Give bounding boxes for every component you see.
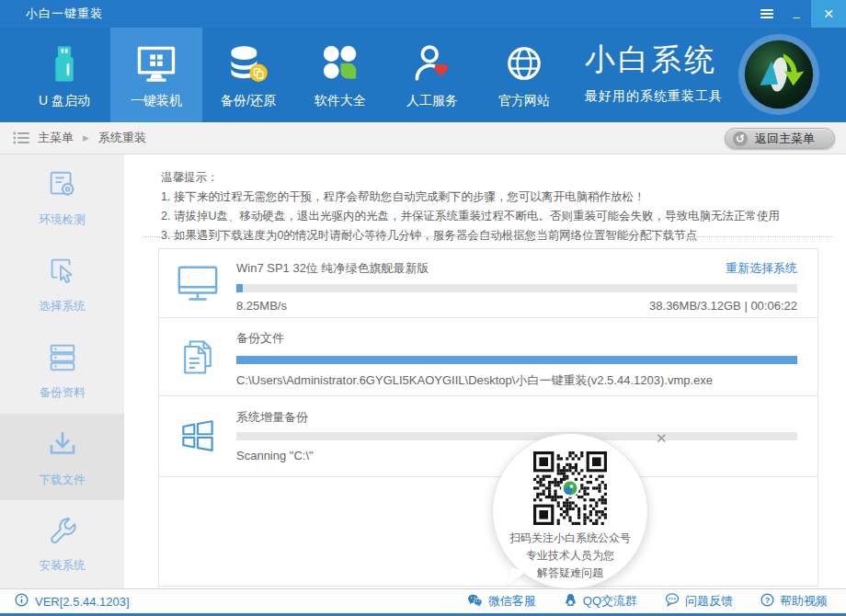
tips-line: 2. 请拔掉U盘、移动硬盘，退出光驱内的光盘，并保证系统重装过程不断电。否则重装… bbox=[161, 207, 780, 226]
wrench-icon bbox=[45, 513, 80, 552]
footer-link-label: 微信客服 bbox=[488, 593, 536, 610]
menu-icon[interactable] bbox=[752, 0, 782, 28]
title-bar: 小白一键重装 – ✕ bbox=[0, 0, 846, 28]
back-button-label: 返回主菜单 bbox=[755, 131, 815, 147]
brand-subtitle: 最好用的系统重装工具 bbox=[585, 88, 723, 105]
monitor-outline-icon bbox=[159, 249, 236, 317]
sidebar-item-backup-data[interactable]: 备份资料 bbox=[0, 327, 124, 414]
windows-logo-icon bbox=[159, 396, 236, 476]
brand-block: 小白系统 最好用的系统重装工具 bbox=[585, 40, 723, 105]
apps-icon bbox=[316, 40, 364, 88]
footer-link-label: QQ交流群 bbox=[583, 593, 637, 610]
download-row: Win7 SP1 32位 纯净绿色旗舰最新版 重新选择系统 8.25MB/s 3… bbox=[159, 249, 817, 318]
nav-item-label: 备份/还原 bbox=[221, 93, 276, 109]
incremental-backup-title: 系统增量备份 bbox=[236, 409, 308, 426]
footer-links: 微信客服 QQ交流群 问题反馈 ? bbox=[467, 589, 828, 613]
status-bar: VER[2.5.44.1203] 微信客服 bbox=[0, 588, 846, 616]
person-heart-icon bbox=[408, 40, 456, 88]
breadcrumb-root[interactable]: 主菜单 bbox=[38, 130, 74, 146]
nav-item-backup-restore[interactable]: 备份/还原 bbox=[202, 28, 294, 122]
sidebar-item-install-system[interactable]: 安装系统 bbox=[0, 500, 124, 587]
nav-item-label: 一键装机 bbox=[131, 93, 182, 109]
download-icon bbox=[44, 426, 81, 466]
qq-icon bbox=[564, 593, 577, 610]
reselect-system-link[interactable]: 重新选择系统 bbox=[726, 260, 797, 277]
app-window: { "window": { "title": "小白一键重装" }, "glyp… bbox=[0, 0, 846, 616]
info-icon bbox=[15, 593, 29, 610]
list-icon bbox=[13, 131, 29, 144]
breadcrumb: 主菜单 ▶ 系统重装 ↺ 返回主菜单 bbox=[0, 122, 846, 154]
backup-file-title: 备份文件 bbox=[236, 330, 284, 347]
tips-block: 温馨提示： 1. 接下来的过程无需您的干预，程序会帮助您自动完成剩下的步骤，您可… bbox=[161, 168, 780, 245]
usb-icon bbox=[40, 40, 88, 88]
dotted-divider bbox=[143, 236, 833, 237]
version-text: VER[2.5.44.1203] bbox=[35, 595, 130, 609]
qr-caption-line: 专业技术人员为您 bbox=[493, 548, 647, 564]
qq-group-link[interactable]: QQ交流群 bbox=[564, 593, 637, 610]
monitor-icon bbox=[132, 40, 180, 88]
help-icon: ? bbox=[760, 593, 774, 610]
qr-caption-line: 扫码关注小白系统公众号 bbox=[493, 530, 647, 546]
feedback-icon bbox=[665, 593, 680, 610]
version-block: VER[2.5.44.1203] bbox=[15, 589, 130, 613]
sidebar-item-label: 选择系统 bbox=[40, 299, 86, 314]
nav-item-label: 官方网站 bbox=[498, 93, 550, 109]
backup-file-path: C:\Users\Administrator.6GYGLI5KAOYGIIL\D… bbox=[236, 372, 797, 389]
download-progress-bar bbox=[236, 284, 797, 292]
env-check-icon bbox=[45, 167, 80, 206]
qr-code bbox=[533, 451, 607, 525]
select-system-icon bbox=[45, 254, 80, 292]
incremental-backup-row: 系统增量备份 Scanning "C:\" bbox=[159, 396, 817, 477]
nav-item-support[interactable]: 人工服务 bbox=[386, 28, 478, 122]
nav-item-label: 人工服务 bbox=[406, 93, 458, 109]
help-video-link[interactable]: ? 帮助视频 bbox=[760, 593, 828, 610]
breadcrumb-arrow-icon: ▶ bbox=[83, 133, 89, 143]
download-title: Win7 SP1 32位 纯净绿色旗舰最新版 bbox=[236, 260, 429, 277]
backup-progress-bar bbox=[236, 356, 797, 364]
main-content: 温馨提示： 1. 接下来的过程无需您的干预，程序会帮助您自动完成剩下的步骤，您可… bbox=[124, 154, 846, 588]
tips-title: 温馨提示： bbox=[161, 168, 780, 188]
breadcrumb-current: 系统重装 bbox=[98, 130, 146, 146]
nav-item-website[interactable]: 官方网站 bbox=[478, 28, 570, 122]
brand-title: 小白系统 bbox=[585, 40, 723, 81]
database-icon bbox=[224, 40, 272, 88]
globe-icon bbox=[500, 40, 548, 88]
sidebar-item-label: 安装系统 bbox=[40, 558, 86, 574]
download-speed: 8.25MB/s bbox=[236, 299, 287, 313]
bubble-tail bbox=[507, 567, 527, 590]
sidebar-item-download-files[interactable]: 下载文件 bbox=[0, 414, 124, 500]
window-controls: – ✕ bbox=[752, 0, 846, 28]
backup-data-icon bbox=[45, 340, 80, 379]
back-to-main-menu-button[interactable]: ↺ 返回主菜单 bbox=[725, 128, 835, 149]
footer-link-label: 问题反馈 bbox=[685, 593, 733, 610]
close-icon[interactable]: ✕ bbox=[811, 0, 846, 28]
nav-item-one-click-install[interactable]: 一键装机 bbox=[110, 28, 202, 122]
footer-link-label: 帮助视频 bbox=[780, 593, 828, 610]
wechat-support-link[interactable]: 微信客服 bbox=[467, 593, 536, 610]
nav-item-label: U 盘启动 bbox=[39, 93, 90, 109]
back-arrow-icon: ↺ bbox=[733, 131, 748, 146]
nav-item-software[interactable]: 软件大全 bbox=[294, 28, 386, 122]
documents-icon bbox=[159, 318, 236, 395]
download-detail: 38.36MB/3.12GB | 00:06:22 bbox=[649, 299, 797, 313]
svg-text:?: ? bbox=[765, 596, 770, 605]
wechat-icon bbox=[467, 594, 483, 610]
qr-popup: 扫码关注小白系统公众号 专业技术人员为您 解答疑难问题 bbox=[492, 433, 648, 589]
sidebar-item-select-system[interactable]: 选择系统 bbox=[0, 241, 124, 327]
step-sidebar: 环境检测 选择系统 备份资料 bbox=[0, 154, 124, 588]
tips-line: 1. 接下来的过程无需您的干预，程序会帮助您自动完成剩下的步骤，您可以离开电脑稍… bbox=[161, 188, 780, 207]
window-title: 小白一键重装 bbox=[26, 6, 103, 22]
sidebar-item-label: 环境检测 bbox=[40, 212, 86, 228]
minimize-icon[interactable]: – bbox=[782, 0, 811, 28]
popup-close-icon[interactable]: ✕ bbox=[656, 430, 668, 447]
nav-bar: U 盘启动 一键装机 bbox=[0, 28, 846, 122]
download-progress-fill bbox=[236, 284, 243, 292]
backup-file-row: 备份文件 C:\Users\Administrator.6GYGLI5KAOYG… bbox=[159, 318, 817, 396]
sidebar-item-label: 备份资料 bbox=[40, 385, 86, 401]
sidebar-item-env-check[interactable]: 环境检测 bbox=[0, 154, 124, 241]
nav-item-usb-boot[interactable]: U 盘启动 bbox=[18, 28, 110, 122]
nav-item-label: 软件大全 bbox=[314, 93, 366, 109]
backup-progress-fill bbox=[236, 356, 797, 364]
sidebar-item-label: 下载文件 bbox=[40, 473, 86, 488]
feedback-link[interactable]: 问题反馈 bbox=[665, 593, 733, 610]
